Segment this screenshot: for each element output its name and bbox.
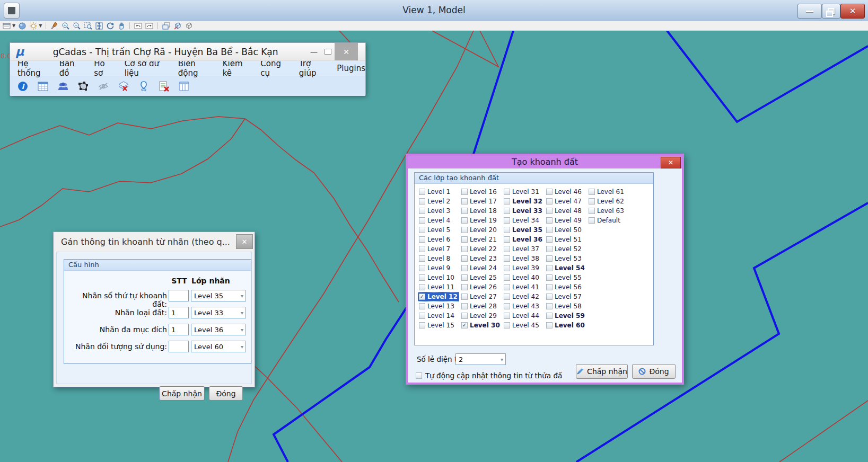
chevron-down-icon[interactable]: ▾ xyxy=(501,357,503,362)
level-item[interactable]: Level 56 xyxy=(545,282,583,292)
level-checkbox[interactable] xyxy=(419,236,425,243)
level-item[interactable]: Level 58 xyxy=(545,301,583,311)
pan-view-icon[interactable] xyxy=(117,22,126,30)
level-checkbox[interactable] xyxy=(546,294,553,300)
level-checkbox[interactable] xyxy=(589,198,595,205)
level-item[interactable]: Level 24 xyxy=(460,263,498,273)
level-item[interactable]: Level 25 xyxy=(460,273,498,282)
level-item[interactable]: Level 35 xyxy=(503,225,544,235)
decimal-combo[interactable]: 2▾ xyxy=(455,353,506,365)
level-checkbox[interactable] xyxy=(546,246,553,252)
level-item[interactable]: Level 18 xyxy=(460,206,498,216)
hide-labels-icon[interactable] xyxy=(97,80,110,93)
level-checkbox[interactable] xyxy=(504,294,510,300)
zoom-out-icon[interactable] xyxy=(72,22,81,30)
brightness-dropdown-icon[interactable]: ▼ xyxy=(39,23,42,28)
columns-icon[interactable] xyxy=(178,80,190,93)
level-item[interactable]: Level 32 xyxy=(503,197,544,206)
level-item[interactable]: Level 60 xyxy=(545,321,586,330)
zoom-in-icon[interactable] xyxy=(61,22,70,30)
level-checkbox[interactable] xyxy=(546,303,553,309)
level-checkbox[interactable] xyxy=(419,227,425,233)
level-checkbox[interactable] xyxy=(461,284,468,290)
level-checkbox[interactable]: ✓ xyxy=(461,322,468,328)
level-checkbox[interactable] xyxy=(461,227,468,233)
level-item[interactable]: Level 33 xyxy=(503,206,544,216)
chevron-down-icon[interactable]: ▾ xyxy=(241,327,243,333)
close-dialog-button[interactable]: Đóng xyxy=(632,364,676,379)
level-checkbox[interactable] xyxy=(589,189,595,195)
level-item[interactable]: Level 43 xyxy=(503,301,541,311)
level-item[interactable]: Level 3 xyxy=(418,206,452,216)
level-item[interactable]: Level 62 xyxy=(588,197,626,206)
level-item[interactable]: Level 16 xyxy=(460,187,498,197)
level-item[interactable]: Level 6 xyxy=(418,235,452,244)
menu-item[interactable]: Hồ sơ xyxy=(94,59,111,78)
level-item[interactable]: Level 31 xyxy=(503,187,541,197)
level-item[interactable]: Level 48 xyxy=(545,206,583,216)
level-checkbox[interactable] xyxy=(546,227,553,233)
level-item[interactable]: Level 5 xyxy=(418,225,452,235)
level-checkbox[interactable] xyxy=(546,208,553,214)
level-checkbox[interactable] xyxy=(546,313,553,319)
level-checkbox[interactable] xyxy=(589,208,595,214)
level-item[interactable]: Level 13 xyxy=(418,301,456,311)
clip-mask-icon[interactable] xyxy=(184,22,193,30)
info-icon[interactable]: i xyxy=(16,80,29,93)
layer-combo[interactable]: Level 35▾ xyxy=(191,290,246,301)
menu-item[interactable]: Bản đồ xyxy=(59,59,82,78)
level-checkbox[interactable] xyxy=(504,255,510,262)
chevron-down-icon[interactable]: ▾ xyxy=(241,310,243,316)
level-checkbox[interactable] xyxy=(461,208,468,214)
accept-button[interactable]: Chấp nhận xyxy=(576,364,628,379)
level-checkbox[interactable] xyxy=(419,198,425,205)
level-item[interactable]: ✓Level 12 xyxy=(418,292,459,301)
level-item[interactable]: ✓Level 30 xyxy=(460,321,502,330)
fit-view-icon[interactable] xyxy=(94,22,103,30)
level-checkbox[interactable] xyxy=(504,198,510,205)
view-attributes-icon[interactable] xyxy=(2,22,11,30)
level-checkbox[interactable] xyxy=(504,208,510,214)
level-checkbox[interactable] xyxy=(461,313,468,319)
contour-d[interactable] xyxy=(432,31,498,67)
level-item[interactable]: Level 55 xyxy=(545,273,583,282)
layer-combo[interactable]: Level 60▾ xyxy=(191,341,246,352)
level-item[interactable]: Level 46 xyxy=(545,187,583,197)
level-item[interactable]: Level 21 xyxy=(460,235,498,244)
level-checkbox[interactable] xyxy=(546,217,553,224)
level-item[interactable]: Level 19 xyxy=(460,216,498,225)
menu-item[interactable]: Plugins xyxy=(337,64,365,73)
level-item[interactable]: Level 17 xyxy=(460,197,498,206)
accept-button[interactable]: Chấp nhận xyxy=(159,386,205,401)
contour-b[interactable] xyxy=(0,119,245,227)
level-item[interactable]: Default xyxy=(588,216,622,225)
level-item[interactable]: Level 63 xyxy=(588,206,626,216)
level-item[interactable]: Level 53 xyxy=(545,254,583,263)
level-checkbox[interactable] xyxy=(504,303,510,309)
level-item[interactable]: Level 44 xyxy=(503,311,541,321)
restore-button[interactable] xyxy=(822,4,840,19)
level-checkbox[interactable] xyxy=(546,274,553,281)
level-checkbox[interactable] xyxy=(461,246,468,252)
menu-item[interactable]: Công cụ xyxy=(260,59,286,78)
level-checkbox[interactable] xyxy=(504,322,510,328)
create-dialog-close-icon[interactable]: ✕ xyxy=(661,157,681,168)
chevron-down-icon[interactable]: ▾ xyxy=(241,293,243,299)
gcadas-titlebar[interactable]: µ gCadas - Thị trấn Chợ Rã - Huyện Ba Bể… xyxy=(10,43,365,61)
level-checkbox[interactable] xyxy=(504,189,510,195)
menu-item[interactable]: Hệ thống xyxy=(17,59,47,78)
level-item[interactable]: Level 27 xyxy=(460,292,498,301)
level-item[interactable]: Level 7 xyxy=(418,244,452,254)
level-checkbox[interactable] xyxy=(504,236,510,243)
view-attributes-dropdown-icon[interactable]: ▼ xyxy=(12,23,15,28)
level-item[interactable]: Level 20 xyxy=(460,225,498,235)
level-item[interactable]: Level 11 xyxy=(418,282,456,292)
adjust-view-brightness-icon[interactable] xyxy=(29,22,38,30)
auto-update-checkbox[interactable] xyxy=(416,372,422,379)
layer-combo[interactable]: Level 36▾ xyxy=(191,324,246,335)
assign-dialog-close-icon[interactable]: ✕ xyxy=(236,234,253,249)
rotate-view-icon[interactable] xyxy=(106,22,115,30)
parcel-b[interactable] xyxy=(667,31,868,122)
level-checkbox[interactable] xyxy=(589,217,595,224)
level-checkbox[interactable] xyxy=(419,189,425,195)
